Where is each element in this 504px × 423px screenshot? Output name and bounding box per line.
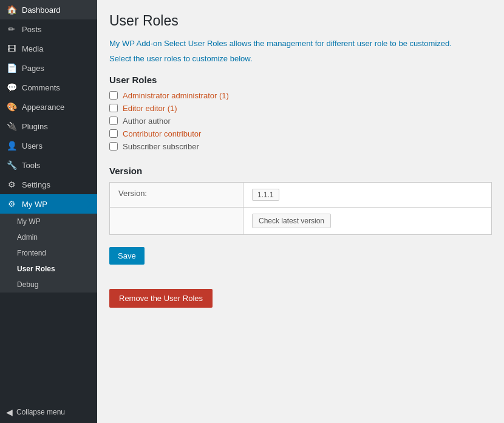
mywp-icon: ⚙: [6, 199, 17, 209]
sidebar-item-appearance[interactable]: 🎨 Appearance: [0, 97, 97, 117]
check-latest-version-button[interactable]: Check latest version: [252, 214, 331, 228]
sidebar-item-label: Dashboard: [22, 5, 61, 15]
users-icon: 👤: [6, 141, 17, 151]
version-table: Version: 1.1.1 Check latest version: [109, 182, 492, 235]
page-title: User Roles: [109, 12, 492, 30]
role-label-contributor: Contributor contributor: [123, 129, 201, 138]
version-section: Version Version: 1.1.1 Check latest vers…: [109, 166, 492, 235]
sidebar-item-label: Pages: [22, 64, 44, 73]
role-item-author[interactable]: Author author: [109, 117, 492, 126]
role-label-author: Author author: [123, 117, 171, 126]
description-line2: Select the user roles to customize below…: [109, 53, 492, 65]
save-button[interactable]: Save: [109, 247, 145, 265]
check-version-label-cell: [110, 207, 243, 234]
role-label-administrator: Administrator administrator (1): [123, 91, 229, 100]
submenu-item-debug[interactable]: Debug: [0, 277, 97, 293]
role-item-administrator[interactable]: Administrator administrator (1): [109, 91, 492, 100]
sidebar-item-label: My WP: [22, 200, 47, 209]
role-checkbox-contributor[interactable]: [109, 129, 118, 138]
settings-icon: ⚙: [6, 180, 17, 189]
sidebar-item-label: Comments: [22, 83, 60, 92]
remove-user-roles-button[interactable]: Remove the User Roles: [109, 289, 213, 308]
sidebar-item-media[interactable]: 🎞 Media: [0, 39, 97, 58]
description-line1: My WP Add-on Select User Roles allows th…: [109, 38, 492, 50]
role-checkbox-editor[interactable]: [109, 104, 118, 112]
role-item-subscriber[interactable]: Subscriber subscriber: [109, 142, 492, 151]
mywp-submenu: My WP Admin Frontend User Roles Debug: [0, 214, 97, 293]
submenu-item-mywp[interactable]: My WP: [0, 214, 97, 229]
version-value: 1.1.1: [252, 189, 279, 201]
collapse-label: Collapse menu: [16, 408, 65, 416]
sidebar-item-comments[interactable]: 💬 Comments: [0, 78, 97, 97]
sidebar-item-dashboard[interactable]: 🏠 Dashboard: [0, 0, 97, 19]
tools-icon: 🔧: [6, 160, 17, 170]
main-content: User Roles My WP Add-on Select User Role…: [97, 0, 504, 423]
comments-icon: 💬: [6, 83, 17, 92]
posts-icon: ✏: [6, 24, 17, 34]
role-checkbox-subscriber[interactable]: [109, 142, 118, 151]
plugins-icon: 🔌: [6, 121, 17, 131]
section-user-roles-title: User Roles: [109, 75, 492, 85]
sidebar-item-label: Tools: [22, 161, 40, 170]
appearance-icon: 🎨: [6, 102, 17, 112]
role-label-subscriber: Subscriber subscriber: [123, 142, 199, 151]
submenu-item-userroles[interactable]: User Roles: [0, 261, 97, 277]
sidebar-item-label: Settings: [22, 180, 50, 189]
sidebar-item-pages[interactable]: 📄 Pages: [0, 58, 97, 78]
sidebar-item-tools[interactable]: 🔧 Tools: [0, 155, 97, 175]
sidebar-item-users[interactable]: 👤 Users: [0, 136, 97, 155]
sidebar-item-label: Media: [22, 44, 43, 53]
role-checkbox-administrator[interactable]: [109, 91, 118, 100]
version-row: Version: 1.1.1: [110, 182, 492, 207]
media-icon: 🎞: [6, 44, 17, 53]
role-label-editor: Editor editor (1): [123, 104, 177, 113]
check-version-row: Check latest version: [110, 207, 492, 234]
submenu-item-admin[interactable]: Admin: [0, 229, 97, 245]
role-item-editor[interactable]: Editor editor (1): [109, 104, 492, 113]
sidebar-item-label: Users: [22, 141, 43, 151]
version-value-cell: 1.1.1: [243, 182, 492, 207]
role-checkbox-author[interactable]: [109, 117, 118, 125]
submenu-arrow: [87, 200, 91, 208]
sidebar-item-posts[interactable]: ✏ Posts: [0, 19, 97, 39]
collapse-icon: ◀: [6, 407, 13, 417]
section-version-title: Version: [109, 166, 492, 176]
dashboard-icon: 🏠: [6, 5, 17, 15]
sidebar-item-label: Posts: [22, 25, 42, 34]
sidebar: 🏠 Dashboard ✏ Posts 🎞 Media 📄 Pages 💬 Co…: [0, 0, 97, 423]
sidebar-item-mywp-parent[interactable]: ⚙ My WP: [0, 194, 97, 214]
submenu-item-frontend[interactable]: Frontend: [0, 245, 97, 261]
sidebar-item-settings[interactable]: ⚙ Settings: [0, 175, 97, 194]
role-item-contributor[interactable]: Contributor contributor: [109, 129, 492, 138]
version-label-cell: Version:: [110, 182, 243, 207]
pages-icon: 📄: [6, 63, 17, 73]
role-list: Administrator administrator (1) Editor e…: [109, 91, 492, 151]
sidebar-item-label: Appearance: [22, 103, 64, 112]
check-version-button-cell: Check latest version: [243, 207, 492, 234]
collapse-menu-button[interactable]: ◀ Collapse menu: [0, 401, 97, 423]
sidebar-item-plugins[interactable]: 🔌 Plugins: [0, 117, 97, 136]
sidebar-item-label: Plugins: [22, 122, 48, 131]
